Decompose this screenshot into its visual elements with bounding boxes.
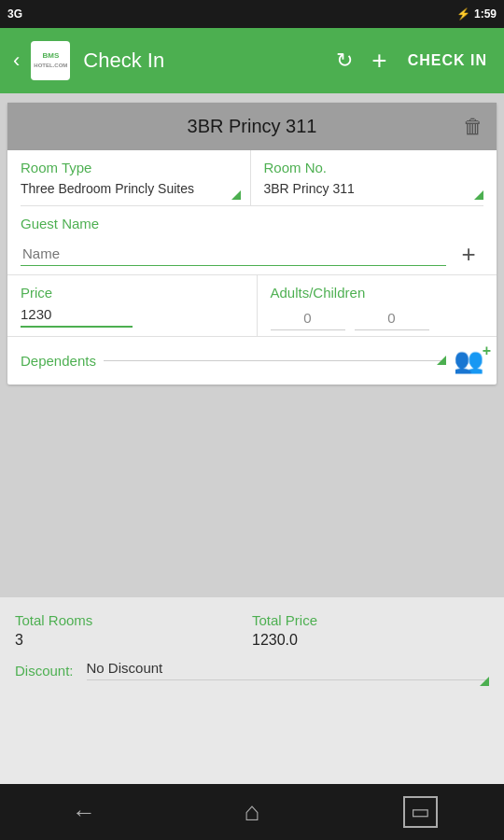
app-bar: ‹ BMSHOTEL.COM Check In ↻ + CHECK IN: [0, 28, 504, 93]
refresh-button[interactable]: ↻: [330, 43, 358, 78]
app-logo: BMSHOTEL.COM: [31, 41, 70, 80]
add-icon: +: [371, 46, 386, 75]
discount-value[interactable]: No Discount: [87, 660, 489, 680]
status-bar: 3G ⚡ 1:59: [0, 0, 504, 28]
room-type-value[interactable]: Three Bedroom Princly Suites: [21, 181, 241, 200]
children-input[interactable]: [355, 306, 429, 330]
status-bar-left: 3G: [7, 7, 451, 21]
room-type-col: Room Type Three Bedroom Princly Suites: [21, 150, 251, 205]
discount-row: Discount: No Discount: [15, 660, 489, 686]
totals-row: Total Rooms 3 Total Price 1230.0: [15, 612, 489, 649]
guest-name-label: Guest Name: [21, 216, 483, 231]
dependents-plus-icon: +: [483, 343, 491, 359]
room-no-label: Room No.: [264, 160, 484, 175]
adults-children-label: Adults/Children: [271, 285, 497, 301]
back-button[interactable]: ‹: [9, 45, 23, 77]
guest-name-input[interactable]: [21, 242, 446, 266]
nav-recent-icon: ▭: [403, 796, 438, 828]
adults-input[interactable]: [271, 306, 345, 330]
guest-name-section: Guest Name +: [7, 206, 497, 275]
room-type-row: Room Type Three Bedroom Princly Suites R…: [21, 150, 483, 206]
discount-label: Discount:: [15, 663, 74, 679]
total-price-col: Total Price 1230.0: [252, 612, 489, 649]
delete-button[interactable]: 🗑: [463, 115, 483, 139]
dependents-section: Dependents 👥 +: [7, 337, 497, 385]
bottom-summary: Total Rooms 3 Total Price 1230.0 Discoun…: [0, 597, 504, 784]
price-col: Price: [7, 275, 258, 336]
status-icons: ⚡ 1:59: [456, 7, 497, 21]
total-rooms-label: Total Rooms: [15, 612, 252, 628]
dependents-arrow: [104, 360, 446, 361]
refresh-icon: ↻: [336, 49, 353, 72]
guest-add-button[interactable]: +: [454, 239, 483, 269]
spacer: [0, 394, 504, 597]
room-card: 3BR Princy 311 🗑 Room Type Three Bedroom…: [7, 103, 497, 385]
people-icon: 👥: [454, 346, 483, 375]
room-type-label: Room Type: [21, 160, 241, 175]
dependents-icon[interactable]: 👥 +: [454, 346, 483, 375]
main-content: 3BR Princy 311 🗑 Room Type Three Bedroom…: [0, 93, 504, 597]
total-price-label: Total Price: [252, 612, 489, 628]
total-rooms-col: Total Rooms 3: [15, 612, 252, 649]
nav-home-icon: ⌂: [245, 797, 260, 827]
time-display: 1:59: [474, 7, 497, 21]
price-section: Price Adults/Children: [7, 275, 497, 337]
nav-back-icon: ←: [72, 798, 96, 827]
room-no-col: Room No. 3BR Princy 311: [251, 150, 484, 205]
dependents-label: Dependents: [21, 353, 96, 369]
discount-arrow: [480, 677, 489, 686]
checkin-button[interactable]: CHECK IN: [400, 47, 495, 75]
adults-children-col: Adults/Children: [258, 275, 497, 336]
page-title: Check In: [83, 49, 323, 73]
room-no-value[interactable]: 3BR Princy 311: [264, 181, 484, 200]
room-info-section: Room Type Three Bedroom Princly Suites R…: [7, 150, 497, 206]
guest-input-row: +: [21, 239, 483, 269]
adults-children-row: [271, 306, 497, 330]
nav-back-button[interactable]: ←: [56, 784, 112, 840]
nav-home-button[interactable]: ⌂: [224, 784, 280, 840]
nav-bar: ← ⌂ ▭: [0, 784, 504, 840]
add-button[interactable]: +: [366, 40, 392, 81]
plus-icon: +: [461, 240, 475, 269]
total-rooms-value: 3: [15, 632, 252, 649]
battery-icon: ⚡: [456, 7, 470, 21]
nav-recent-button[interactable]: ▭: [392, 784, 448, 840]
price-label: Price: [21, 285, 247, 301]
total-price-value: 1230.0: [252, 632, 489, 649]
card-header: 3BR Princy 311 🗑: [7, 103, 497, 150]
price-input[interactable]: [21, 306, 133, 328]
network-indicator: 3G: [7, 7, 22, 21]
card-title: 3BR Princy 311: [188, 116, 317, 137]
